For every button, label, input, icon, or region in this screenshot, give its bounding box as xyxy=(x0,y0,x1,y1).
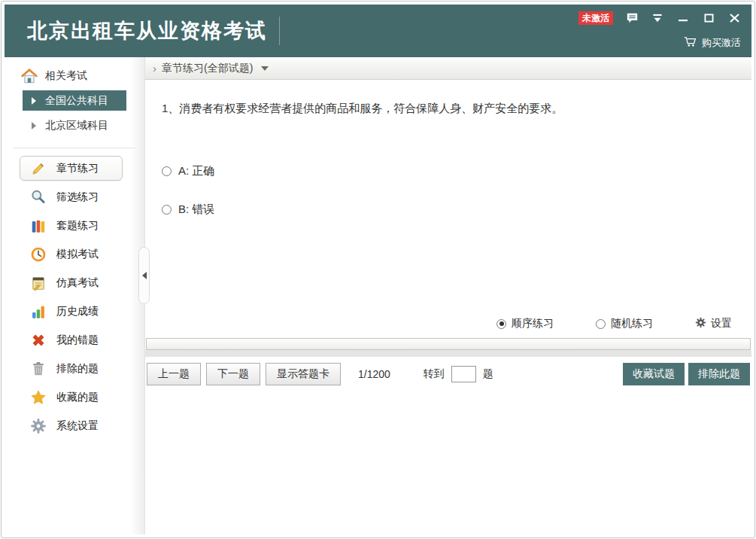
trash-icon xyxy=(30,361,47,377)
sidebar-item-chapter-practice[interactable]: 章节练习 xyxy=(20,156,123,181)
maximize-button[interactable] xyxy=(702,12,715,24)
goto-suffix-label: 题 xyxy=(483,367,493,381)
sidebar: 相关考试 全国公共科目 北京区域科目 章节练习 筛 xyxy=(5,57,144,534)
goto-question-group: 转到 题 xyxy=(424,366,493,382)
sidebar-item-wrong-questions[interactable]: 我的错题 xyxy=(20,327,123,352)
sidebar-item-set-practice[interactable]: 套题练习 xyxy=(20,213,123,238)
home-icon xyxy=(21,68,38,84)
app-window: 北京出租车从业资格考试 未激活 xyxy=(1,1,755,538)
sidebar-divider xyxy=(14,148,135,148)
option-a[interactable]: A: 正确 xyxy=(162,164,736,178)
related-exams-label: 相关考试 xyxy=(45,69,87,83)
previous-question-button[interactable]: 上一题 xyxy=(147,363,201,385)
minimize-button[interactable] xyxy=(676,12,690,24)
show-answer-card-button[interactable]: 显示答题卡 xyxy=(266,363,341,385)
bar-chart-icon xyxy=(30,303,47,320)
chevron-right-icon: › xyxy=(153,62,156,75)
buy-activation-button[interactable]: 购买激活 xyxy=(684,35,741,50)
radio-option-a[interactable] xyxy=(162,166,172,176)
practice-mode-row: 顺序练习 随机练习 设置 xyxy=(162,317,736,330)
star-icon xyxy=(30,389,47,406)
random-label: 随机练习 xyxy=(611,317,653,330)
question-text: 1、消费者有权要求经营者提供的商品和服务，符合保障人身、财产安全的要求。 xyxy=(162,100,736,117)
nav-label: 套题练习 xyxy=(56,219,99,233)
sidebar-item-national-subject[interactable]: 全国公共科目 xyxy=(23,90,126,111)
progress-bar xyxy=(146,338,751,350)
nav-label: 收藏的题 xyxy=(56,391,99,404)
arrow-left-icon xyxy=(142,272,147,279)
favorite-question-button[interactable]: 收藏试题 xyxy=(623,363,685,385)
subject-label: 全国公共科目 xyxy=(45,94,108,108)
option-b-label: B: 错误 xyxy=(178,203,214,217)
sidebar-item-filter-practice[interactable]: 筛选练习 xyxy=(20,184,123,209)
skin-menu-icon[interactable] xyxy=(651,12,664,24)
title-bar: 北京出租车从业资格考试 未激活 xyxy=(5,5,751,57)
nav-label: 排除的题 xyxy=(56,362,99,376)
settings-button[interactable]: 设置 xyxy=(695,317,732,330)
question-panel: 1、消费者有权要求经营者提供的商品和服务，符合保障人身、财产安全的要求。 A: … xyxy=(145,80,751,338)
feedback-icon[interactable] xyxy=(625,12,639,24)
related-exams-header: 相关考试 xyxy=(5,66,144,86)
question-counter: 1/1200 xyxy=(358,368,390,380)
nav-label: 模拟考试 xyxy=(56,248,99,261)
sequential-label: 顺序练习 xyxy=(512,317,554,330)
nav-label: 筛选练习 xyxy=(56,190,99,204)
radio-option-b[interactable] xyxy=(162,205,172,215)
sidebar-item-history-scores[interactable]: 历史成绩 xyxy=(20,299,123,324)
option-a-label: A: 正确 xyxy=(178,164,214,178)
settings-label: 设置 xyxy=(711,317,732,330)
magnifier-icon xyxy=(30,189,47,206)
nav-label: 历史成绩 xyxy=(56,305,99,318)
content-filler xyxy=(145,391,751,534)
sidebar-item-system-settings[interactable]: 系统设置 xyxy=(20,413,123,438)
sidebar-item-mock-exam[interactable]: 模拟考试 xyxy=(20,242,123,266)
chevron-down-icon xyxy=(261,66,269,71)
app-title: 北京出租车从业资格考试 xyxy=(27,17,267,44)
next-question-button[interactable]: 下一题 xyxy=(206,363,260,385)
clock-icon xyxy=(30,246,47,263)
sidebar-item-favorite-questions[interactable]: 收藏的题 xyxy=(20,385,123,410)
question-toolbar: 上一题 下一题 显示答题卡 1/1200 转到 题 收藏试题 排除此题 xyxy=(145,357,751,391)
settings-gear-icon xyxy=(695,317,706,330)
sidebar-item-excluded-questions[interactable]: 排除的题 xyxy=(20,356,123,381)
exclude-question-button[interactable]: 排除此题 xyxy=(688,363,750,385)
toolbar-divider xyxy=(145,350,751,357)
red-x-icon xyxy=(30,332,47,349)
breadcrumb-label: 章节练习(全部试题) xyxy=(162,62,253,75)
subject-label: 北京区域科目 xyxy=(45,119,108,132)
sidebar-item-beijing-subject[interactable]: 北京区域科目 xyxy=(23,115,126,136)
options-list: A: 正确 B: 错误 xyxy=(162,164,736,241)
breadcrumb[interactable]: › 章节练习(全部试题) xyxy=(145,57,751,80)
main-content: › 章节练习(全部试题) 1、消费者有权要求经营者提供的商品和服务，符合保障人身… xyxy=(144,57,751,534)
activation-status-badge: 未激活 xyxy=(578,11,613,25)
books-icon xyxy=(30,218,47,234)
radio-random[interactable] xyxy=(596,319,606,329)
sidebar-item-simulation-exam[interactable]: 仿真考试 xyxy=(20,270,123,295)
notepad-icon xyxy=(30,275,47,291)
goto-question-input[interactable] xyxy=(451,366,476,382)
radio-sequential[interactable] xyxy=(496,319,506,329)
sequential-practice-radio[interactable]: 顺序练习 xyxy=(496,317,554,330)
nav-label: 我的错题 xyxy=(56,333,99,347)
goto-prefix-label: 转到 xyxy=(424,367,445,381)
nav-label: 系统设置 xyxy=(56,419,99,433)
nav-label: 章节练习 xyxy=(56,162,99,175)
title-separator xyxy=(279,17,280,45)
buy-activation-label: 购买激活 xyxy=(702,36,741,50)
option-b[interactable]: B: 错误 xyxy=(162,203,736,217)
arrow-right-icon xyxy=(32,97,36,105)
sidebar-collapse-handle[interactable] xyxy=(138,247,150,304)
close-button[interactable] xyxy=(727,12,741,24)
nav-label: 仿真考试 xyxy=(56,276,99,290)
pencil-icon xyxy=(30,160,47,177)
random-practice-radio[interactable]: 随机练习 xyxy=(596,317,653,330)
gear-icon xyxy=(30,418,47,434)
arrow-right-icon xyxy=(32,122,36,129)
cart-icon xyxy=(684,35,697,50)
